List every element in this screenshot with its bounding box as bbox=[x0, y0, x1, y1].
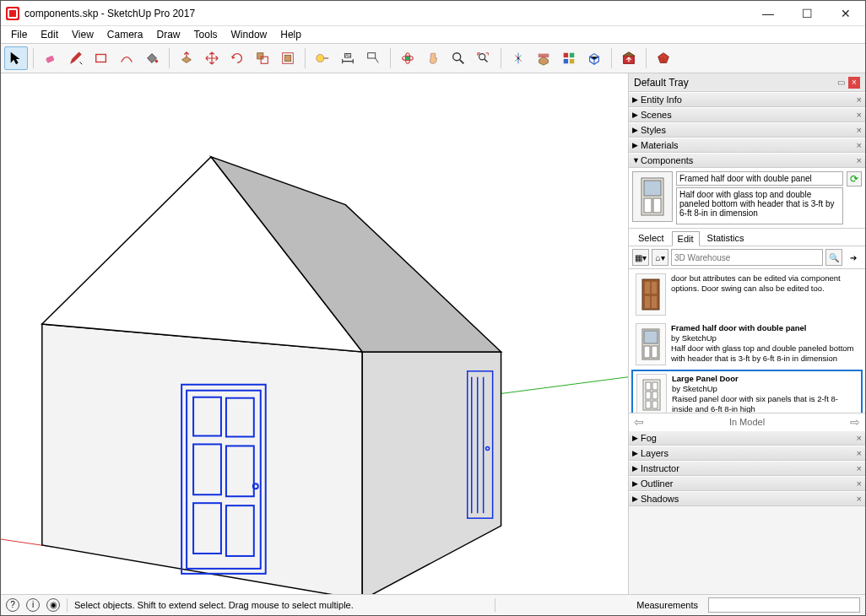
select-mode-icon[interactable]: ▦▾ bbox=[632, 249, 649, 266]
dimension-tool-icon[interactable]: A1 bbox=[336, 46, 360, 70]
person-icon[interactable]: ◉ bbox=[46, 598, 60, 612]
svg-rect-19 bbox=[570, 53, 574, 57]
list-item-desc: Half door with glass top and double pane… bbox=[671, 343, 858, 364]
rectangle-tool-icon[interactable] bbox=[89, 46, 113, 70]
close-button[interactable]: ✕ bbox=[826, 1, 865, 26]
tape-tool-icon[interactable] bbox=[311, 46, 334, 70]
panel-close-icon[interactable]: × bbox=[857, 155, 862, 165]
tab-edit[interactable]: Edit bbox=[672, 231, 700, 246]
svg-point-14 bbox=[453, 53, 461, 61]
menu-view[interactable]: View bbox=[65, 28, 100, 41]
svg-rect-55 bbox=[652, 346, 658, 358]
zoom-extents-icon[interactable] bbox=[472, 46, 495, 70]
measurements-field[interactable] bbox=[708, 597, 860, 613]
menu-file[interactable]: File bbox=[4, 28, 34, 41]
pushpull-tool-icon[interactable] bbox=[175, 46, 198, 70]
panel-close-icon[interactable]: × bbox=[857, 140, 862, 150]
list-item[interactable]: door but attributes can be edited via co… bbox=[631, 270, 863, 319]
help-icon[interactable]: ? bbox=[6, 598, 19, 612]
panel-components[interactable]: ▼Components× bbox=[629, 153, 865, 168]
titlebar: components.skp - SketchUp Pro 2017 — ☐ ✕ bbox=[1, 1, 865, 26]
rotate-tool-icon[interactable] bbox=[225, 46, 249, 70]
svg-point-11 bbox=[405, 56, 409, 60]
menu-help[interactable]: Help bbox=[273, 28, 308, 41]
view-iso-icon[interactable] bbox=[582, 46, 606, 70]
menu-window[interactable]: Window bbox=[225, 28, 274, 41]
svg-point-15 bbox=[479, 54, 485, 60]
menu-edit[interactable]: Edit bbox=[34, 28, 65, 41]
refresh-icon[interactable]: ⟳ bbox=[847, 171, 862, 186]
select-tool-icon[interactable] bbox=[4, 46, 28, 70]
svg-point-7 bbox=[317, 55, 324, 62]
list-item[interactable]: Framed half door with double panelby Ske… bbox=[631, 320, 863, 369]
menu-camera[interactable]: Camera bbox=[100, 28, 150, 41]
panel-shadows[interactable]: ▶Shadows× bbox=[629, 491, 865, 506]
move-tool-icon[interactable] bbox=[200, 46, 224, 70]
panel-close-icon[interactable]: × bbox=[857, 433, 862, 443]
eraser-tool-icon[interactable] bbox=[39, 46, 62, 70]
panel-styles[interactable]: ▶Styles× bbox=[629, 122, 865, 138]
menu-draw[interactable]: Draw bbox=[150, 28, 187, 41]
orbit-tool-icon[interactable] bbox=[396, 46, 419, 70]
minimize-button[interactable]: — bbox=[749, 1, 788, 26]
panel-close-icon[interactable]: × bbox=[857, 110, 862, 120]
panel-close-icon[interactable]: × bbox=[857, 478, 862, 489]
zoom-tool-icon[interactable] bbox=[447, 46, 470, 70]
panel-materials[interactable]: ▶Materials× bbox=[629, 138, 865, 153]
paint-bucket-icon[interactable] bbox=[140, 46, 164, 70]
component-name-field[interactable]: Framed half door with double panel bbox=[676, 171, 843, 186]
view-options-icon[interactable] bbox=[557, 46, 581, 70]
svg-rect-60 bbox=[652, 392, 658, 399]
panel-layers[interactable]: ▶Layers× bbox=[629, 446, 865, 461]
svg-rect-3 bbox=[257, 53, 263, 59]
ruby-console-icon[interactable] bbox=[652, 46, 675, 70]
home-icon[interactable]: ⌂▾ bbox=[652, 249, 668, 266]
pencil-tool-icon[interactable] bbox=[64, 46, 88, 70]
panel-scenes[interactable]: ▶Scenes× bbox=[629, 107, 865, 122]
panel-close-icon[interactable]: × bbox=[857, 95, 862, 105]
axes-tool-icon[interactable] bbox=[506, 46, 530, 70]
list-item-title: Large Panel Door bbox=[672, 374, 858, 384]
svg-rect-20 bbox=[564, 59, 568, 63]
panel-outliner[interactable]: ▶Outliner× bbox=[629, 476, 865, 491]
search-input[interactable] bbox=[671, 249, 823, 266]
window-controls: — ☐ ✕ bbox=[749, 1, 865, 26]
tray-close-icon[interactable]: × bbox=[848, 77, 860, 89]
arc-tool-icon[interactable] bbox=[115, 46, 138, 70]
viewport-3d[interactable] bbox=[1, 73, 629, 594]
panel-close-icon[interactable]: × bbox=[857, 494, 862, 504]
panel-close-icon[interactable]: × bbox=[857, 125, 862, 135]
svg-rect-44 bbox=[644, 181, 661, 196]
nav-next-icon[interactable]: ⇨ bbox=[850, 415, 860, 429]
menu-tools[interactable]: Tools bbox=[187, 28, 225, 41]
component-desc-field[interactable]: Half door with glass top and double pane… bbox=[676, 187, 843, 224]
nav-label: In Model bbox=[729, 417, 765, 427]
svg-rect-48 bbox=[645, 282, 650, 294]
pin-icon[interactable]: ▭ bbox=[837, 78, 845, 87]
text-tool-icon[interactable] bbox=[361, 46, 385, 70]
pan-tool-icon[interactable] bbox=[421, 46, 445, 70]
toolbar: A1 bbox=[1, 43, 865, 73]
section-tool-icon[interactable] bbox=[532, 46, 555, 70]
panel-fog[interactable]: ▶Fog× bbox=[629, 430, 865, 446]
offset-tool-icon[interactable] bbox=[276, 46, 300, 70]
list-item[interactable]: Large Panel Doorby SketchUpRaised panel … bbox=[631, 370, 863, 413]
panel-instructor[interactable]: ▶Instructor× bbox=[629, 461, 865, 476]
svg-rect-57 bbox=[646, 382, 651, 390]
maximize-button[interactable]: ☐ bbox=[788, 1, 826, 26]
info-icon[interactable]: i bbox=[26, 598, 40, 612]
search-icon[interactable]: 🔍 bbox=[825, 249, 842, 266]
nav-prev-icon[interactable]: ⇦ bbox=[634, 415, 644, 429]
tab-statistics[interactable]: Statistics bbox=[701, 230, 750, 246]
forward-icon[interactable]: ➔ bbox=[845, 249, 862, 266]
tray-title-text: Default Tray bbox=[634, 77, 689, 89]
extension-warehouse-icon[interactable] bbox=[617, 46, 641, 70]
scale-tool-icon[interactable] bbox=[251, 46, 274, 70]
panel-close-icon[interactable]: × bbox=[857, 448, 862, 458]
svg-rect-1 bbox=[96, 55, 106, 62]
tab-select[interactable]: Select bbox=[632, 230, 670, 246]
window-title: components.skp - SketchUp Pro 2017 bbox=[24, 8, 195, 19]
panel-entity-info[interactable]: ▶Entity Info× bbox=[629, 92, 865, 107]
svg-rect-46 bbox=[653, 198, 661, 213]
panel-close-icon[interactable]: × bbox=[857, 463, 862, 473]
